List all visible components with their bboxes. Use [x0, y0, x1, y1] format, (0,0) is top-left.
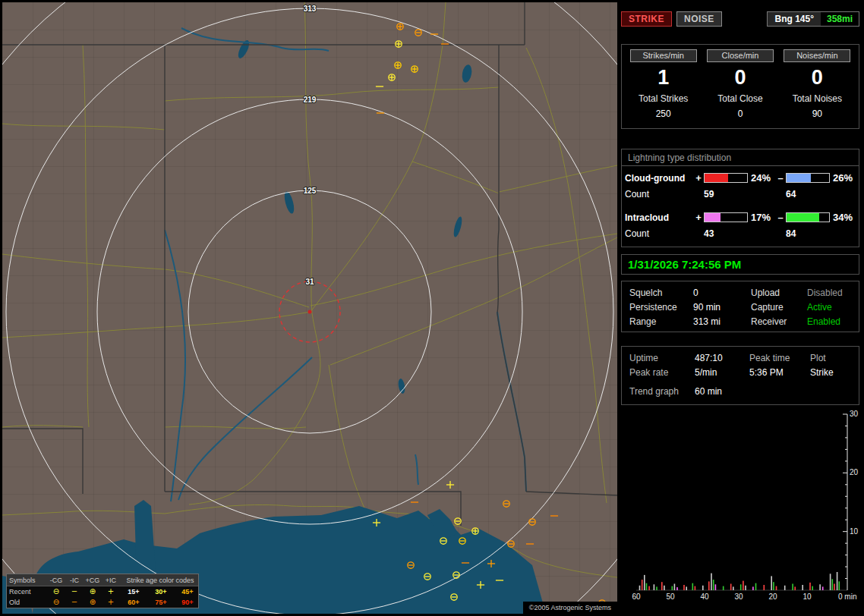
- intracloud-row: Intracloud + 17% – 34%: [622, 209, 859, 225]
- recent-pic-icon: +: [102, 588, 120, 596]
- receiver-location-dot: [308, 310, 312, 314]
- noises-per-min-button[interactable]: Noises/min: [784, 49, 850, 62]
- recent-pcg-icon: ⊕: [84, 588, 102, 596]
- age-45: 45+: [175, 588, 200, 596]
- cg-positive-bar-fill: [705, 174, 728, 182]
- ic-negative-percent: 34%: [830, 212, 854, 223]
- strike-symbol-pcg: [396, 41, 402, 47]
- peak-time-value: 5:36 PM: [749, 367, 810, 378]
- legend-col-nic: -IC: [65, 577, 84, 584]
- strike-symbol-pcg: [472, 528, 478, 534]
- trend-graph-value: 60 min: [695, 386, 851, 397]
- strike-symbol-pcg: [395, 62, 401, 68]
- cg-positive-bar: [704, 173, 748, 183]
- svg-text:30: 30: [850, 410, 859, 418]
- ic-count-label: Count: [625, 228, 693, 239]
- plot-value: Strike: [810, 367, 851, 378]
- persistence-value: 90 min: [693, 302, 751, 313]
- trend-graph-label: Trend graph: [629, 386, 695, 397]
- side-panel: STRIKE NOISE Bng 145° 358mi Strikes/min …: [621, 0, 859, 604]
- cg-positive-count: 59: [704, 189, 748, 200]
- svg-text:40: 40: [700, 592, 709, 601]
- bearing-indicator: Bng 145° 358mi: [767, 11, 859, 27]
- strike-legend: Symbols -CG -IC +CG +IC Strike age color…: [6, 574, 199, 608]
- map-canvas: 31125219313: [2, 2, 617, 614]
- peak-rate-value: 5/min: [695, 367, 749, 378]
- svg-text:219: 219: [304, 96, 317, 104]
- bearing-label: Bng 145°: [768, 12, 820, 26]
- distribution-title: Lightning type distribution: [622, 149, 859, 166]
- svg-text:20: 20: [850, 468, 859, 476]
- ic-plus-sign: +: [693, 212, 704, 223]
- squelch-value: 0: [693, 288, 751, 298]
- ic-positive-count: 43: [704, 228, 748, 239]
- total-noises-value: 90: [779, 108, 856, 120]
- ic-minus-sign: –: [775, 212, 786, 223]
- age-15: 15+: [120, 588, 147, 596]
- cg-negative-percent: 26%: [830, 172, 854, 184]
- mode-toolbar: STRIKE NOISE Bng 145° 358mi: [621, 11, 859, 27]
- svg-text:20: 20: [768, 592, 777, 601]
- ic-negative-bar: [786, 212, 830, 222]
- uptime-value: 487:10: [695, 353, 749, 363]
- legend-header-row: Symbols -CG -IC +CG +IC Strike age color…: [7, 574, 198, 586]
- receiver-label: Receiver: [751, 316, 807, 327]
- cloud-ground-row: Cloud-ground + 24% – 26%: [622, 170, 859, 186]
- upload-status: Disabled: [807, 288, 851, 298]
- persistence-label: Persistence: [629, 302, 693, 313]
- rates-panel: Strikes/min Close/min Noises/min 1 0 0 T…: [621, 44, 859, 129]
- range-value: 313 mi: [693, 316, 751, 327]
- total-close-label: Total Close: [702, 93, 778, 105]
- distribution-panel: Lightning type distribution Cloud-ground…: [621, 149, 859, 247]
- squelch-label: Squelch: [629, 288, 693, 298]
- peak-rate-label: Peak rate: [629, 367, 695, 378]
- trend-graph: 3020106050403020100 min: [621, 410, 859, 601]
- strike-toggle-button[interactable]: STRIKE: [621, 11, 672, 27]
- cloud-ground-label: Cloud-ground: [625, 173, 693, 184]
- strike-symbol-pcg: [389, 74, 395, 80]
- uptime-row-1: Uptime 487:10 Peak time Plot: [629, 350, 851, 365]
- trend-graph-row: Trend graph 60 min: [629, 384, 851, 398]
- age-30: 30+: [147, 588, 175, 596]
- peak-time-label: Peak time: [749, 353, 810, 363]
- strikes-per-min-button[interactable]: Strikes/min: [630, 49, 697, 62]
- legend-recent-label: Recent: [9, 588, 47, 596]
- cg-negative-count: 64: [786, 189, 830, 200]
- svg-text:0 min: 0 min: [838, 592, 856, 601]
- cg-negative-bar-fill: [787, 174, 811, 182]
- total-strikes-value: 250: [625, 108, 702, 120]
- copyright-label: ©2005 Astrogenic Systems: [523, 602, 617, 614]
- svg-text:10: 10: [850, 527, 859, 536]
- legend-col-symbols: Symbols: [9, 577, 47, 584]
- clock-panel: 1/31/2026 7:24:56 PM: [621, 254, 859, 275]
- legend-col-pcg: +CG: [84, 577, 102, 584]
- datetime-display: 1/31/2026 7:24:56 PM: [628, 258, 741, 271]
- legend-old-row: Old ⊖ − ⊕ + 60+ 75+ 90+: [7, 597, 198, 608]
- cg-plus-sign: +: [693, 172, 704, 184]
- svg-text:31: 31: [305, 278, 314, 286]
- old-pcg-icon: ⊕: [84, 599, 102, 606]
- capture-label: Capture: [751, 302, 807, 313]
- bearing-distance-value: 358mi: [821, 12, 859, 26]
- capture-status: Active: [807, 302, 851, 313]
- ic-positive-percent: 17%: [748, 212, 775, 223]
- age-60: 60+: [120, 599, 147, 606]
- range-label: Range: [629, 316, 693, 327]
- intracloud-label: Intracloud: [625, 212, 693, 223]
- status-panel: Squelch 0 Upload Disabled Persistence 90…: [621, 281, 859, 332]
- recent-nic-icon: −: [65, 588, 84, 596]
- intracloud-count-row: Count 43 84: [622, 225, 859, 241]
- ic-positive-bar-fill: [705, 213, 721, 222]
- strike-symbol-pcg: [412, 66, 418, 72]
- legend-col-ncg: -CG: [47, 577, 65, 584]
- ic-negative-bar-fill: [787, 213, 819, 222]
- svg-text:60: 60: [632, 592, 641, 601]
- total-close-value: 0: [702, 108, 778, 120]
- plot-label: Plot: [810, 353, 851, 363]
- old-ncg-icon: ⊖: [47, 599, 65, 606]
- legend-col-pic: +IC: [102, 577, 120, 584]
- noise-toggle-button[interactable]: NOISE: [676, 11, 722, 27]
- close-per-min-button[interactable]: Close/min: [707, 49, 774, 62]
- receiver-status: Enabled: [807, 316, 851, 327]
- strike-map[interactable]: 31125219313 Symbols -CG -IC +CG +IC Stri…: [2, 2, 617, 614]
